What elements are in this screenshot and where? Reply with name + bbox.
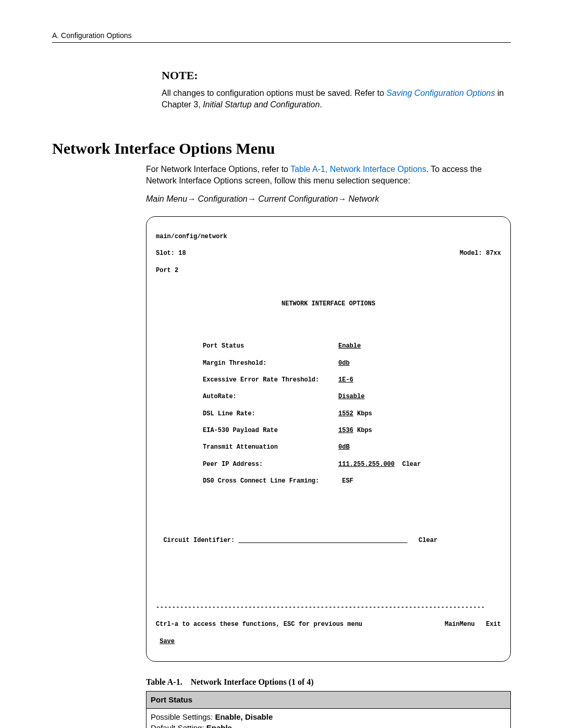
- opt-suffix: Kbps: [353, 410, 372, 418]
- note-body: All changes to configuration options mus…: [162, 88, 511, 111]
- table-cell: Possible Settings: Enable, Disable Defau…: [146, 709, 511, 728]
- opt-value: 0dB: [338, 443, 350, 451]
- opt-value: Disable: [338, 392, 364, 401]
- header-rule: [52, 42, 511, 43]
- opt-value: 0db: [338, 359, 350, 367]
- note-text-3: .: [320, 100, 322, 109]
- note-title: NOTE:: [162, 69, 511, 82]
- cell-text: Possible Settings:: [151, 712, 215, 721]
- opt-value: ESF: [342, 477, 353, 485]
- cell-bold: Enable: [206, 723, 232, 728]
- term-separator: ----------------------------------------…: [156, 603, 501, 612]
- note-em: Initial Startup and Configuration: [203, 100, 320, 109]
- opt-label: AutoRate:: [203, 392, 338, 401]
- table-caption: Table A-1. Network Interface Options (1 …: [146, 677, 511, 687]
- term-slot: Slot: 18: [156, 249, 186, 257]
- opt-label: Port Status: [203, 342, 338, 350]
- intro-link[interactable]: Table A-1, Network Interface Options: [290, 165, 426, 174]
- circuit-label: Circuit Identifier:: [163, 537, 235, 544]
- opt-label: Peer IP Address:: [203, 460, 338, 468]
- section-title: Network Interface Options Menu: [52, 140, 511, 157]
- term-options: Port StatusEnable Margin Threshold:0db E…: [203, 334, 501, 494]
- term-save: Save: [156, 637, 501, 646]
- table-header: Port Status: [146, 692, 511, 709]
- note-text-1: All changes to configuration options mus…: [162, 89, 386, 97]
- intro-paragraph: For Network Interface Options, refer to …: [146, 164, 511, 187]
- cell-text: Default Setting:: [151, 723, 206, 728]
- opt-value: 1552: [338, 410, 353, 418]
- circuit-clear: Clear: [419, 537, 437, 544]
- term-help: Ctrl-a to access these functions, ESC fo…: [156, 620, 362, 628]
- opt-suffix: Kbps: [353, 426, 372, 435]
- opt-value: 1E-6: [338, 376, 353, 384]
- menu-path: Main Menu→ Configuration→ Current Config…: [146, 194, 511, 204]
- circuit-row: Circuit Identifier: Clear: [156, 536, 501, 545]
- page-header: A. Configuration Options: [52, 31, 511, 40]
- intro-t1: For Network Interface Options, refer to: [146, 165, 290, 174]
- term-port: Port 2: [156, 266, 501, 275]
- opt-label: DSL Line Rate:: [203, 410, 338, 418]
- terminal-screen: main/config/network Slot: 18Model: 87xx …: [146, 216, 511, 662]
- opt-value: 111.255.255.000: [338, 460, 395, 468]
- opt-value: 1536: [338, 426, 353, 435]
- opt-label: Excessive Error Rate Threshold:: [203, 376, 338, 384]
- circuit-field: [238, 537, 407, 544]
- term-title: NETWORK INTERFACE OPTIONS: [156, 300, 501, 308]
- opt-label: DS0 Cross Connect Line Framing:: [203, 477, 338, 485]
- opt-label: EIA-530 Payload Rate: [203, 426, 338, 435]
- options-table: Port Status Possible Settings: Enable, D…: [146, 691, 511, 728]
- term-mainmenu: MainMenu: [445, 621, 475, 628]
- term-exit: Exit: [486, 621, 501, 628]
- note-link[interactable]: Saving Configuration Options: [386, 89, 495, 97]
- opt-label: Margin Threshold:: [203, 359, 338, 367]
- opt-suffix: Clear: [395, 460, 421, 468]
- term-model: Model: 87xx: [460, 249, 501, 257]
- cell-bold: Enable, Disable: [215, 712, 273, 721]
- opt-value: Enable: [338, 342, 361, 350]
- term-breadcrumb: main/config/network: [156, 232, 501, 241]
- opt-label: Transmit Attenuation: [203, 443, 338, 451]
